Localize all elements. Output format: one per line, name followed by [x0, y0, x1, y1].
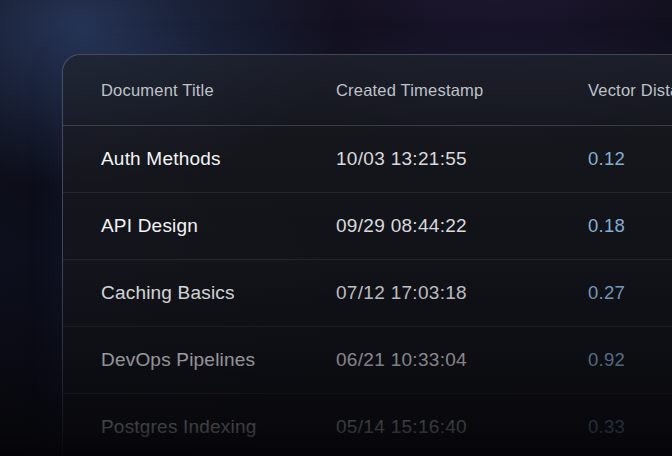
row-document-title: Postgres Indexing [101, 416, 336, 438]
column-header-vector-distance: Vector Distance [588, 81, 672, 100]
table-row[interactable]: API Design 09/29 08:44:22 0.18 [63, 193, 672, 260]
table-header-row: Document Title Created Timestamp Vector … [63, 55, 672, 126]
row-created-timestamp: 07/12 17:03:18 [336, 282, 588, 304]
table-body: Auth Methods 10/03 13:21:55 0.12 API Des… [63, 126, 672, 456]
table-row[interactable]: Auth Methods 10/03 13:21:55 0.12 [63, 126, 672, 193]
row-created-timestamp: 09/29 08:44:22 [336, 215, 588, 237]
row-vector-distance: 0.12 [588, 148, 672, 170]
row-created-timestamp: 10/03 13:21:55 [336, 148, 588, 170]
row-created-timestamp: 05/14 15:16:40 [336, 416, 588, 438]
row-document-title: API Design [101, 215, 336, 237]
row-vector-distance: 0.27 [588, 282, 672, 304]
row-document-title: Caching Basics [101, 282, 336, 304]
row-document-title: Auth Methods [101, 148, 336, 170]
row-created-timestamp: 06/21 10:33:04 [336, 349, 588, 371]
documents-table-panel: Document Title Created Timestamp Vector … [62, 54, 672, 456]
row-document-title: DevOps Pipelines [101, 349, 336, 371]
table-row[interactable]: Caching Basics 07/12 17:03:18 0.27 [63, 260, 672, 327]
screen: Document Title Created Timestamp Vector … [0, 0, 672, 456]
column-header-created-timestamp: Created Timestamp [336, 81, 588, 100]
table-row[interactable]: Postgres Indexing 05/14 15:16:40 0.33 [63, 394, 672, 456]
row-vector-distance: 0.92 [588, 349, 672, 371]
column-header-document-title: Document Title [101, 81, 336, 100]
table-row[interactable]: DevOps Pipelines 06/21 10:33:04 0.92 [63, 327, 672, 394]
row-vector-distance: 0.33 [588, 416, 672, 438]
row-vector-distance: 0.18 [588, 215, 672, 237]
